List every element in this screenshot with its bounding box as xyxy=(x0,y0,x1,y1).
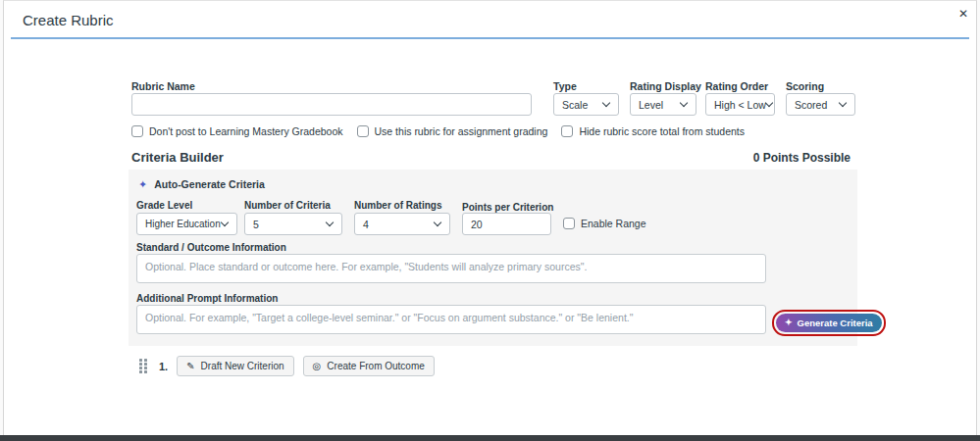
checkbox-use-for-assignment-grading[interactable]: Use this rubric for assignment grading xyxy=(357,125,548,137)
drag-handle-icon[interactable] xyxy=(138,358,148,374)
chevron-down-icon xyxy=(602,99,610,107)
checkbox-box[interactable] xyxy=(561,125,573,137)
points-possible: 0 Points Possible xyxy=(753,151,851,165)
rating-display-label: Rating Display xyxy=(630,80,701,92)
rating-display-select[interactable]: Level xyxy=(630,93,696,116)
checkbox-dont-post-gradebook[interactable]: Don't post to Learning Mastery Gradebook xyxy=(131,125,343,137)
auto-generate-criteria-panel: ✦ Auto-Generate Criteria Grade Level Hig… xyxy=(129,170,857,346)
close-icon[interactable]: ✕ xyxy=(958,8,968,20)
number-of-ratings-label: Number of Ratings xyxy=(354,200,441,211)
sparkle-icon: ✦ xyxy=(785,318,793,327)
checkbox-label: Don't post to Learning Mastery Gradebook xyxy=(149,125,343,137)
chevron-down-icon xyxy=(680,99,688,107)
outcome-icon: ◎ xyxy=(313,362,322,371)
header-divider xyxy=(11,37,969,39)
draft-new-criterion-button[interactable]: ✎ Draft New Criterion xyxy=(177,356,293,376)
red-highlight-annotation: ✦ Generate Criteria xyxy=(772,310,886,336)
rating-order-label: Rating Order xyxy=(705,80,768,92)
enable-range-checkbox[interactable]: Enable Range xyxy=(563,218,646,229)
standard-outcome-textarea[interactable] xyxy=(136,254,766,283)
checkbox-label: Use this rubric for assignment grading xyxy=(375,125,548,137)
points-per-criterion-input[interactable] xyxy=(462,213,551,235)
create-from-outcome-label: Create From Outcome xyxy=(327,361,424,371)
window-bottom-edge xyxy=(0,435,980,441)
dialog-title: Create Rubric xyxy=(23,12,114,28)
rating-order-value: High < Low xyxy=(714,99,766,111)
checkbox-hide-score-total[interactable]: Hide rubric score total from students xyxy=(561,125,745,137)
chevron-down-icon xyxy=(839,99,847,107)
chevron-down-icon xyxy=(221,219,229,226)
standard-outcome-label: Standard / Outcome Information xyxy=(136,242,286,253)
rubric-name-input[interactable] xyxy=(131,93,532,116)
type-label: Type xyxy=(553,80,577,92)
chevron-down-icon xyxy=(434,219,441,226)
scoring-label: Scoring xyxy=(786,80,824,92)
create-from-outcome-button[interactable]: ◎ Create From Outcome xyxy=(303,356,435,376)
number-of-criteria-value: 5 xyxy=(253,219,259,230)
checkbox-label: Hide rubric score total from students xyxy=(579,125,745,137)
scoring-value: Scored xyxy=(795,99,827,111)
draft-new-criterion-label: Draft New Criterion xyxy=(201,361,284,371)
generate-criteria-button[interactable]: ✦ Generate Criteria xyxy=(776,314,882,332)
additional-prompt-label: Additional Prompt Information xyxy=(136,293,278,304)
scoring-select[interactable]: Scored xyxy=(786,93,855,116)
grade-level-select[interactable]: Higher Education xyxy=(136,213,237,235)
criteria-builder-heading: Criteria Builder xyxy=(131,150,224,165)
number-of-criteria-label: Number of Criteria xyxy=(244,200,331,211)
rubric-name-label: Rubric Name xyxy=(131,80,195,92)
pencil-icon: ✎ xyxy=(186,362,194,371)
number-of-ratings-select[interactable]: 4 xyxy=(354,213,450,235)
number-of-criteria-select[interactable]: 5 xyxy=(244,213,342,235)
create-rubric-dialog: Create Rubric ✕ Rubric Name Type Scale R… xyxy=(3,0,977,435)
points-per-criterion-label: Points per Criterion xyxy=(462,202,553,213)
page: Create Rubric ✕ Rubric Name Type Scale R… xyxy=(0,0,980,441)
grade-level-value: Higher Education xyxy=(145,219,221,229)
criterion-number: 1. xyxy=(159,361,168,372)
rating-display-value: Level xyxy=(639,99,663,111)
grade-level-label: Grade Level xyxy=(136,200,192,211)
type-value: Scale xyxy=(562,99,588,111)
type-select[interactable]: Scale xyxy=(553,93,619,116)
rating-order-select[interactable]: High < Low xyxy=(705,93,775,116)
checkbox-box[interactable] xyxy=(563,218,575,229)
number-of-ratings-value: 4 xyxy=(363,219,369,230)
auto-generate-header: ✦ Auto-Generate Criteria xyxy=(138,178,265,190)
criterion-row: 1. ✎ Draft New Criterion ◎ Create From O… xyxy=(138,356,435,376)
sparkle-icon: ✦ xyxy=(138,179,147,190)
generate-criteria-label: Generate Criteria xyxy=(798,318,873,328)
additional-prompt-textarea[interactable] xyxy=(136,305,766,334)
checkbox-box[interactable] xyxy=(357,125,369,137)
criteria-builder-header: Criteria Builder 0 Points Possible xyxy=(131,150,851,165)
auto-generate-title: Auto-Generate Criteria xyxy=(154,178,265,190)
chevron-down-icon xyxy=(326,219,334,226)
checkbox-box[interactable] xyxy=(131,125,143,137)
enable-range-label: Enable Range xyxy=(581,218,646,229)
options-checkbox-row: Don't post to Learning Mastery Gradebook… xyxy=(131,125,745,137)
